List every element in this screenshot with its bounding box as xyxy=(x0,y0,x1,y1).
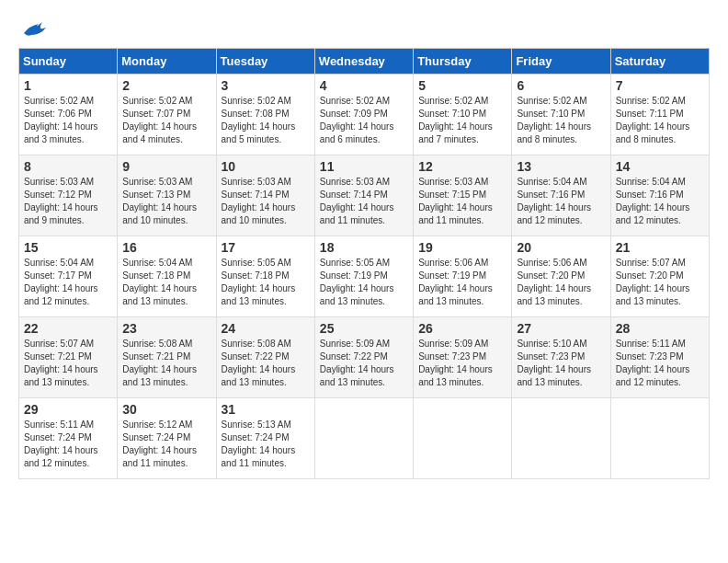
day-info: Sunrise: 5:11 AMSunset: 7:24 PMDaylight:… xyxy=(24,419,112,470)
day-header-sunday: Sunday xyxy=(19,49,118,75)
calendar-cell: 25Sunrise: 5:09 AMSunset: 7:22 PMDayligh… xyxy=(314,317,413,398)
day-number: 25 xyxy=(320,321,408,336)
day-number: 17 xyxy=(222,240,310,255)
calendar-cell: 19Sunrise: 5:06 AMSunset: 7:19 PMDayligh… xyxy=(414,236,512,317)
day-info: Sunrise: 5:05 AMSunset: 7:19 PMDaylight:… xyxy=(320,257,408,308)
day-number: 16 xyxy=(122,240,210,255)
day-info: Sunrise: 5:03 AMSunset: 7:14 PMDaylight:… xyxy=(320,176,408,227)
day-number: 5 xyxy=(418,78,506,93)
calendar-cell: 27Sunrise: 5:10 AMSunset: 7:23 PMDayligh… xyxy=(512,317,610,398)
day-info: Sunrise: 5:03 AMSunset: 7:14 PMDaylight:… xyxy=(222,176,310,227)
day-number: 13 xyxy=(517,159,605,174)
day-number: 20 xyxy=(517,240,605,255)
day-number: 8 xyxy=(24,159,112,174)
calendar-cell: 24Sunrise: 5:08 AMSunset: 7:22 PMDayligh… xyxy=(216,317,314,398)
day-number: 9 xyxy=(122,159,210,174)
calendar-cell: 28Sunrise: 5:11 AMSunset: 7:23 PMDayligh… xyxy=(610,317,709,398)
day-header-monday: Monday xyxy=(118,49,216,75)
day-number: 1 xyxy=(24,78,112,93)
day-info: Sunrise: 5:09 AMSunset: 7:23 PMDaylight:… xyxy=(418,338,506,389)
calendar-cell: 22Sunrise: 5:07 AMSunset: 7:21 PMDayligh… xyxy=(19,317,118,398)
day-info: Sunrise: 5:04 AMSunset: 7:16 PMDaylight:… xyxy=(616,176,704,227)
day-info: Sunrise: 5:03 AMSunset: 7:12 PMDaylight:… xyxy=(24,176,112,227)
day-number: 10 xyxy=(222,159,310,174)
day-number: 6 xyxy=(517,78,605,93)
day-info: Sunrise: 5:12 AMSunset: 7:24 PMDaylight:… xyxy=(122,419,210,470)
calendar-cell: 8Sunrise: 5:03 AMSunset: 7:12 PMDaylight… xyxy=(19,155,118,236)
calendar-cell: 6Sunrise: 5:02 AMSunset: 7:10 PMDaylight… xyxy=(512,75,610,155)
day-number: 23 xyxy=(122,321,210,336)
calendar-cell: 12Sunrise: 5:03 AMSunset: 7:15 PMDayligh… xyxy=(414,155,512,236)
day-number: 31 xyxy=(222,402,310,417)
calendar-week-row: 1Sunrise: 5:02 AMSunset: 7:06 PMDaylight… xyxy=(19,75,710,155)
calendar-cell: 15Sunrise: 5:04 AMSunset: 7:17 PMDayligh… xyxy=(19,236,118,317)
day-info: Sunrise: 5:04 AMSunset: 7:16 PMDaylight:… xyxy=(517,176,605,227)
calendar-cell: 17Sunrise: 5:05 AMSunset: 7:18 PMDayligh… xyxy=(216,236,314,317)
day-header-friday: Friday xyxy=(512,49,610,75)
day-info: Sunrise: 5:03 AMSunset: 7:15 PMDaylight:… xyxy=(418,176,506,227)
calendar-cell: 26Sunrise: 5:09 AMSunset: 7:23 PMDayligh… xyxy=(414,317,512,398)
day-header-wednesday: Wednesday xyxy=(314,49,413,75)
calendar-cell: 31Sunrise: 5:13 AMSunset: 7:24 PMDayligh… xyxy=(216,398,314,479)
day-number: 7 xyxy=(616,78,704,93)
calendar-cell: 11Sunrise: 5:03 AMSunset: 7:14 PMDayligh… xyxy=(314,155,413,236)
day-info: Sunrise: 5:11 AMSunset: 7:23 PMDaylight:… xyxy=(616,338,704,389)
day-number: 30 xyxy=(122,402,210,417)
calendar-cell xyxy=(512,398,610,479)
calendar-cell: 9Sunrise: 5:03 AMSunset: 7:13 PMDaylight… xyxy=(118,155,216,236)
calendar-cell: 21Sunrise: 5:07 AMSunset: 7:20 PMDayligh… xyxy=(610,236,709,317)
calendar-cell xyxy=(414,398,512,479)
logo-bird-icon xyxy=(20,18,46,39)
day-number: 18 xyxy=(320,240,408,255)
calendar-cell: 18Sunrise: 5:05 AMSunset: 7:19 PMDayligh… xyxy=(314,236,413,317)
calendar-cell: 13Sunrise: 5:04 AMSunset: 7:16 PMDayligh… xyxy=(512,155,610,236)
day-info: Sunrise: 5:02 AMSunset: 7:06 PMDaylight:… xyxy=(24,95,112,146)
day-number: 19 xyxy=(418,240,506,255)
calendar-cell xyxy=(314,398,413,479)
day-number: 26 xyxy=(418,321,506,336)
calendar-cell: 7Sunrise: 5:02 AMSunset: 7:11 PMDaylight… xyxy=(610,75,709,155)
day-info: Sunrise: 5:02 AMSunset: 7:09 PMDaylight:… xyxy=(320,95,408,146)
day-info: Sunrise: 5:06 AMSunset: 7:20 PMDaylight:… xyxy=(517,257,605,308)
day-info: Sunrise: 5:10 AMSunset: 7:23 PMDaylight:… xyxy=(517,338,605,389)
day-info: Sunrise: 5:09 AMSunset: 7:22 PMDaylight:… xyxy=(320,338,408,389)
calendar-cell: 16Sunrise: 5:04 AMSunset: 7:18 PMDayligh… xyxy=(118,236,216,317)
day-info: Sunrise: 5:02 AMSunset: 7:10 PMDaylight:… xyxy=(517,95,605,146)
day-header-tuesday: Tuesday xyxy=(216,49,314,75)
calendar-cell: 29Sunrise: 5:11 AMSunset: 7:24 PMDayligh… xyxy=(19,398,118,479)
calendar-cell: 5Sunrise: 5:02 AMSunset: 7:10 PMDaylight… xyxy=(414,75,512,155)
day-number: 15 xyxy=(24,240,112,255)
day-info: Sunrise: 5:07 AMSunset: 7:21 PMDaylight:… xyxy=(24,338,112,389)
calendar-cell: 1Sunrise: 5:02 AMSunset: 7:06 PMDaylight… xyxy=(19,75,118,155)
day-info: Sunrise: 5:02 AMSunset: 7:10 PMDaylight:… xyxy=(418,95,506,146)
calendar-cell: 14Sunrise: 5:04 AMSunset: 7:16 PMDayligh… xyxy=(610,155,709,236)
day-number: 2 xyxy=(122,78,210,93)
calendar-cell xyxy=(610,398,709,479)
calendar-week-row: 22Sunrise: 5:07 AMSunset: 7:21 PMDayligh… xyxy=(19,317,710,398)
day-number: 22 xyxy=(24,321,112,336)
day-info: Sunrise: 5:02 AMSunset: 7:11 PMDaylight:… xyxy=(616,95,704,146)
day-info: Sunrise: 5:06 AMSunset: 7:19 PMDaylight:… xyxy=(418,257,506,308)
calendar-cell: 2Sunrise: 5:02 AMSunset: 7:07 PMDaylight… xyxy=(118,75,216,155)
day-header-saturday: Saturday xyxy=(610,49,709,75)
calendar-cell: 3Sunrise: 5:02 AMSunset: 7:08 PMDaylight… xyxy=(216,75,314,155)
calendar-week-row: 29Sunrise: 5:11 AMSunset: 7:24 PMDayligh… xyxy=(19,398,710,479)
day-info: Sunrise: 5:08 AMSunset: 7:22 PMDaylight:… xyxy=(222,338,310,389)
day-info: Sunrise: 5:04 AMSunset: 7:18 PMDaylight:… xyxy=(122,257,210,308)
day-info: Sunrise: 5:02 AMSunset: 7:07 PMDaylight:… xyxy=(122,95,210,146)
calendar-cell: 20Sunrise: 5:06 AMSunset: 7:20 PMDayligh… xyxy=(512,236,610,317)
day-info: Sunrise: 5:04 AMSunset: 7:17 PMDaylight:… xyxy=(24,257,112,308)
calendar-cell: 4Sunrise: 5:02 AMSunset: 7:09 PMDaylight… xyxy=(314,75,413,155)
day-info: Sunrise: 5:13 AMSunset: 7:24 PMDaylight:… xyxy=(222,419,310,470)
logo xyxy=(18,18,46,39)
day-number: 14 xyxy=(616,159,704,174)
day-header-thursday: Thursday xyxy=(414,49,512,75)
calendar-week-row: 8Sunrise: 5:03 AMSunset: 7:12 PMDaylight… xyxy=(19,155,710,236)
calendar-header-row: SundayMondayTuesdayWednesdayThursdayFrid… xyxy=(19,49,710,75)
day-number: 12 xyxy=(418,159,506,174)
calendar-cell: 23Sunrise: 5:08 AMSunset: 7:21 PMDayligh… xyxy=(118,317,216,398)
calendar-week-row: 15Sunrise: 5:04 AMSunset: 7:17 PMDayligh… xyxy=(19,236,710,317)
calendar-table: SundayMondayTuesdayWednesdayThursdayFrid… xyxy=(18,48,710,479)
day-number: 29 xyxy=(24,402,112,417)
day-number: 11 xyxy=(320,159,408,174)
